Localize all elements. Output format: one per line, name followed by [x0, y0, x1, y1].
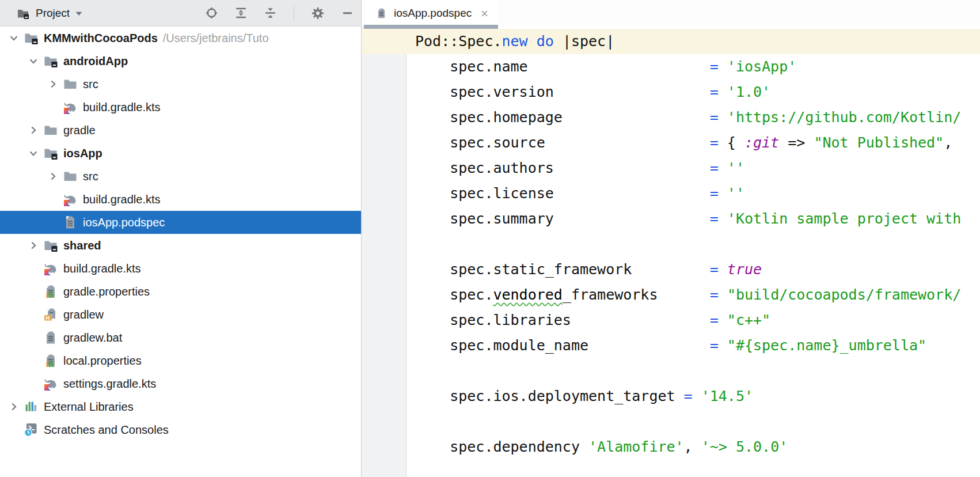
chevron-down-icon[interactable] — [24, 147, 44, 159]
settings-gear-button[interactable] — [311, 6, 325, 20]
tree-item-label: build.gradle.kts — [63, 262, 141, 275]
chevron-right-icon[interactable] — [24, 240, 44, 251]
module-folder-icon — [44, 238, 58, 252]
chevron-down-icon — [28, 147, 39, 159]
locate-button[interactable] — [204, 6, 218, 20]
chevron-right-icon[interactable] — [44, 171, 63, 182]
libraries-icon — [24, 400, 38, 414]
scratches-icon — [24, 423, 38, 437]
chevron-down-icon[interactable] — [5, 32, 24, 44]
chevron-right-icon[interactable] — [5, 401, 24, 412]
tree-item-gradlew[interactable]: Hgradlew — [0, 303, 361, 326]
chevron-down-icon — [28, 55, 39, 67]
tree-item-build-gradle-kts[interactable]: build.gradle.kts — [0, 188, 361, 211]
tree-item-iosapp-podspec[interactable]: iosApp.podspec — [0, 211, 361, 234]
code-segment: = — [710, 160, 727, 176]
code-line[interactable]: spec.homepage = 'https://github.com/Kotl… — [415, 105, 980, 130]
code-line[interactable]: spec.ios.deployment_target = '14.5' — [415, 384, 980, 409]
code-segment: = — [684, 388, 701, 404]
tree-item-settings-gradle-kts[interactable]: settings.gradle.kts — [0, 372, 361, 395]
tree-item-iosapp[interactable]: iosApp — [0, 142, 361, 165]
project-view-title[interactable]: Project — [36, 7, 70, 20]
project-tool-window: Project KMMwithCocoaPods/Users/jetbrains… — [0, 0, 362, 477]
code-line[interactable]: spec.module_name = "#{spec.name}_umbrell… — [415, 333, 980, 358]
chevron-right-icon — [28, 240, 39, 251]
code-segment: => — [779, 134, 814, 151]
close-icon[interactable] — [477, 6, 491, 20]
code-segment: new do — [502, 33, 554, 50]
module-folder-icon — [44, 54, 58, 68]
code-line[interactable]: spec.dependency 'Alamofire', '~> 5.0.0' — [415, 434, 980, 460]
chevron-right-icon[interactable] — [44, 78, 63, 90]
code-line[interactable]: spec.version = '1.0' — [415, 80, 980, 105]
chevron-right-icon[interactable] — [24, 124, 44, 136]
code-line[interactable] — [415, 232, 980, 257]
code-segment: 'iosApp' — [727, 58, 796, 75]
code-line[interactable]: spec.source = { :git => "Not Published", — [415, 130, 980, 156]
code-line[interactable] — [415, 409, 980, 434]
project-folder-icon — [16, 6, 30, 20]
editor-area: iosApp.podspec Pod::Spec.new do |spec| s… — [362, 0, 980, 477]
project-tree: KMMwithCocoaPods/Users/jetbrains/Tutoand… — [0, 26, 361, 441]
hide-button[interactable] — [340, 6, 354, 20]
tree-item-label: iosApp — [63, 147, 102, 160]
properties-icon — [44, 285, 58, 298]
collapse-all-button[interactable] — [263, 6, 277, 20]
tree-item-src[interactable]: src — [0, 73, 361, 96]
tree-item-scratches-and-consoles[interactable]: Scratches and Consoles — [0, 418, 361, 441]
tree-item-build-gradle-kts[interactable]: build.gradle.kts — [0, 257, 361, 280]
chevron-down-icon[interactable] — [24, 55, 44, 67]
editor-body[interactable]: Pod::Spec.new do |spec| spec.name = 'ios… — [362, 26, 980, 477]
expand-all-button[interactable] — [234, 6, 248, 20]
tree-item-androidapp[interactable]: androidApp — [0, 50, 361, 73]
code-segment: '' — [727, 160, 745, 176]
code-segment: = — [710, 84, 727, 100]
gradle-kotlin-icon — [63, 100, 77, 114]
code-segment: _frameworks — [563, 286, 710, 303]
tree-item-src[interactable]: src — [0, 165, 361, 188]
code-line[interactable]: spec.authors = '' — [415, 156, 980, 181]
folder-icon — [44, 123, 58, 137]
code-segment: spec.source — [415, 134, 710, 151]
chevron-right-icon — [28, 124, 39, 136]
caret-down-icon[interactable] — [72, 6, 86, 20]
document-icon — [63, 215, 77, 229]
code-line[interactable] — [415, 358, 980, 384]
code-line[interactable]: Pod::Spec.new do |spec| — [415, 29, 980, 54]
hide-icon — [341, 6, 354, 20]
code-segment: spec.summary — [415, 210, 710, 227]
code-segment: spec.dependency — [415, 438, 588, 455]
code-segment: spec.homepage — [415, 109, 710, 126]
chevron-down-icon — [8, 32, 20, 44]
code-segment: spec.module_name — [415, 337, 710, 354]
tab-label: iosApp.podspec — [394, 7, 472, 20]
code-segment: true — [727, 261, 762, 278]
tab-iosapp-podspec[interactable]: iosApp.podspec — [364, 0, 498, 26]
code-segment: = — [710, 337, 727, 354]
code-line[interactable]: spec.vendored_frameworks = "build/cocoap… — [415, 282, 980, 308]
tree-item-label: androidApp — [63, 55, 128, 68]
tree-item-external-libraries[interactable]: External Libraries — [0, 395, 361, 418]
code-segment: spec.version — [415, 84, 710, 100]
collapse-all-icon — [264, 6, 277, 20]
tree-item-gradlew-bat[interactable]: gradlew.bat — [0, 326, 361, 349]
tree-item-gradle[interactable]: gradle — [0, 119, 361, 142]
code-line[interactable]: spec.libraries = "c++" — [415, 308, 980, 333]
code-line[interactable]: spec.static_framework = true — [415, 257, 980, 282]
document-icon — [63, 215, 77, 229]
tree-item-label: gradle — [63, 124, 96, 137]
tree-item-build-gradle-kts[interactable]: build.gradle.kts — [0, 96, 361, 119]
code-view[interactable]: Pod::Spec.new do |spec| spec.name = 'ios… — [415, 29, 980, 460]
settings-gear-icon — [311, 6, 325, 20]
tree-item-kmmwithcocoapods[interactable]: KMMwithCocoaPods/Users/jetbrains/Tuto — [0, 26, 361, 50]
code-segment: = — [710, 312, 727, 328]
tree-item-label: gradlew — [63, 308, 104, 321]
tree-item-shared[interactable]: shared — [0, 234, 361, 257]
code-line[interactable]: spec.license = '' — [415, 181, 980, 206]
tree-item-local-properties[interactable]: local.properties — [0, 349, 361, 372]
code-line[interactable]: spec.summary = 'Kotlin sample project wi… — [415, 206, 980, 232]
code-line[interactable]: spec.name = 'iosApp' — [415, 54, 980, 80]
editor-gutter — [362, 26, 407, 477]
project-toolbar: Project — [0, 0, 361, 26]
tree-item-gradle-properties[interactable]: gradle.properties — [0, 280, 361, 303]
